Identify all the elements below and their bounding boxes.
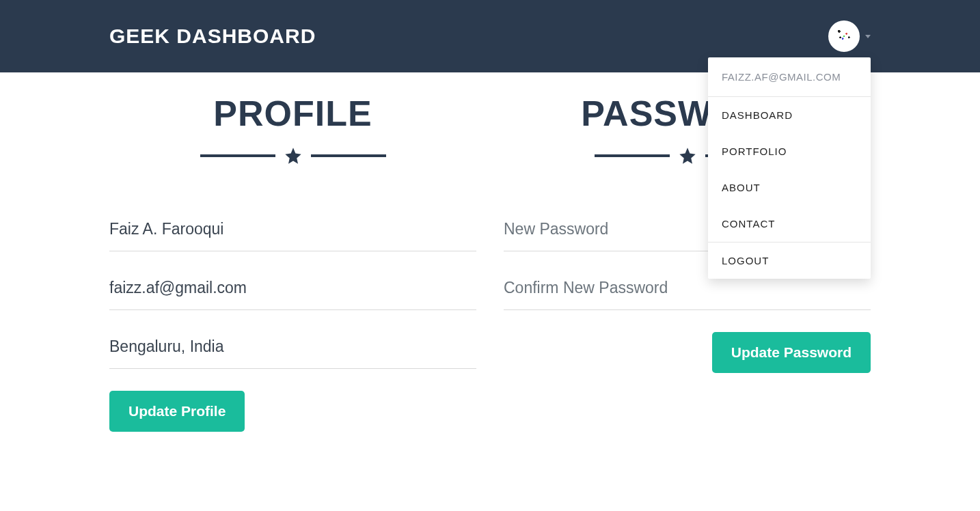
profile-title: PROFILE: [109, 93, 476, 134]
name-field[interactable]: [109, 213, 476, 251]
divider-line: [311, 154, 386, 157]
star-icon: [678, 146, 697, 165]
brand-title: GEEK DASHBOARD: [109, 25, 316, 48]
dropdown-item-about[interactable]: ABOUT: [708, 169, 871, 206]
profile-section: PROFILE Update Profile: [109, 93, 476, 432]
update-profile-button[interactable]: Update Profile: [109, 391, 245, 432]
avatar-image: [832, 24, 856, 49]
update-password-button[interactable]: Update Password: [712, 332, 871, 373]
location-field[interactable]: [109, 331, 476, 369]
email-field[interactable]: [109, 272, 476, 310]
chevron-down-icon: [865, 35, 871, 38]
dropdown-item-logout[interactable]: LOGOUT: [708, 243, 871, 279]
divider-line: [595, 154, 670, 157]
user-dropdown: FAIZZ.AF@GMAIL.COM DASHBOARD PORTFOLIO A…: [708, 57, 871, 279]
title-divider: [109, 146, 476, 165]
dropdown-item-portfolio[interactable]: PORTFOLIO: [708, 133, 871, 169]
dropdown-item-contact[interactable]: CONTACT: [708, 206, 871, 242]
header: GEEK DASHBOARD FAIZZ.AF@GMAIL.COM DASHBO…: [0, 0, 980, 72]
user-menu-toggle[interactable]: [828, 20, 871, 52]
dropdown-item-dashboard[interactable]: DASHBOARD: [708, 97, 871, 133]
avatar: [828, 20, 860, 52]
divider-line: [200, 154, 275, 157]
dropdown-user-email: FAIZZ.AF@GMAIL.COM: [708, 57, 871, 96]
star-icon: [284, 146, 303, 165]
